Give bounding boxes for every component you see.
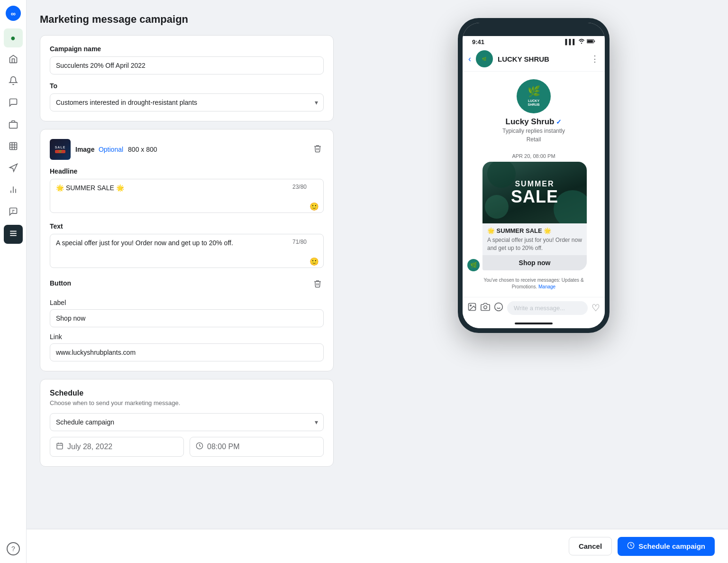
button-label: Button <box>50 279 71 287</box>
message-image: SUMMER SALE <box>482 162 587 223</box>
campaign-name-input[interactable] <box>50 56 324 74</box>
campaign-name-card: Campaign name To Customers interested in… <box>40 35 334 121</box>
image-field: SALE 🌿 Image Optional 800 x 800 <box>50 139 324 160</box>
optional-label: Optional <box>99 146 123 153</box>
sidebar-item-shop[interactable] <box>4 116 23 135</box>
content-card: SALE 🌿 Image Optional 800 x 800 <box>40 129 334 371</box>
sidebar-item-active[interactable]: ● <box>4 28 23 47</box>
back-button[interactable]: ‹ <box>468 54 471 64</box>
campaign-name-field: Campaign name <box>50 45 324 74</box>
svg-text:🌿: 🌿 <box>482 56 487 61</box>
table-icon <box>9 141 18 153</box>
svg-point-22 <box>495 303 503 311</box>
message-timestamp: APR 20, 08:00 PM <box>467 153 600 159</box>
svg-text:∞: ∞ <box>10 10 15 18</box>
calendar-icon <box>56 442 64 452</box>
phone-status-bar: 9:41 ▌▌▌ <box>463 36 605 46</box>
delete-button-button[interactable] <box>311 277 324 292</box>
button-link-input[interactable] <box>50 343 324 361</box>
message-cta-button[interactable]: Shop now <box>482 255 587 270</box>
sender-avatar: 🌿 <box>467 259 480 271</box>
meta-logo[interactable]: ∞ <box>6 6 21 21</box>
more-button[interactable]: ⋮ <box>591 54 599 64</box>
text-char-count: 71/80 <box>292 239 307 245</box>
svg-rect-9 <box>57 443 63 449</box>
sidebar-item-notifications[interactable] <box>4 72 23 91</box>
to-select[interactable]: Customers interested in drought-resistan… <box>50 93 324 111</box>
message-body: A special offer just for you! Order now … <box>487 236 582 252</box>
sidebar-item-feedback[interactable] <box>4 203 23 222</box>
text-textarea[interactable]: A special offer just for you! Order now … <box>50 234 324 268</box>
schedule-subtitle: Choose when to send your marketing messa… <box>50 399 324 406</box>
chat-icon <box>9 98 18 110</box>
active-icon: ● <box>10 33 16 43</box>
date-field[interactable]: July 28, 2022 <box>50 437 184 457</box>
to-field: To Customers interested in drought-resis… <box>50 82 324 111</box>
sidebar-item-menu[interactable] <box>4 225 23 244</box>
delete-image-button[interactable] <box>311 142 324 157</box>
camera-button[interactable] <box>481 302 490 314</box>
page-title: Marketing message campaign <box>40 13 334 26</box>
text-emoji-button[interactable]: 🙂 <box>309 257 319 266</box>
schedule-select[interactable]: Schedule campaign <box>50 413 324 431</box>
image-size: 800 x 800 <box>128 146 157 153</box>
image-info: SALE 🌿 Image Optional 800 x 800 <box>50 139 157 160</box>
bell-icon <box>9 76 18 88</box>
megaphone-icon <box>9 163 18 175</box>
help-button[interactable]: ? <box>7 542 20 555</box>
message-content: 🌟 SUMMER SALE 🌟 A special offer just for… <box>482 223 587 255</box>
chat-area: 🌿 LUCKYSHRUB Lucky Shrub ✓ Typically rep… <box>463 72 605 297</box>
headline-emoji-button[interactable]: 🙂 <box>309 202 319 211</box>
phone-screen: 9:41 ▌▌▌ <box>463 23 605 328</box>
svg-rect-15 <box>587 40 593 42</box>
schedule-button-label: Schedule campaign <box>638 542 705 550</box>
home-icon <box>9 54 18 66</box>
sidebar-item-analytics[interactable] <box>4 181 23 200</box>
sidebar-item-campaigns[interactable] <box>4 159 23 178</box>
headline-textarea[interactable]: 🌟 SUMMER SALE 🌟 <box>50 179 324 213</box>
datetime-row: July 28, 2022 08:00 PM <box>50 437 324 457</box>
headline-char-count: 23/80 <box>292 184 307 190</box>
heart-button[interactable]: ♡ <box>592 302 600 314</box>
shop-icon <box>9 120 18 131</box>
button-section: Button Label Link <box>50 277 324 361</box>
to-select-wrapper: Customers interested in drought-resistan… <box>50 93 324 111</box>
svg-point-21 <box>484 305 487 309</box>
text-textarea-wrapper: A special offer just for you! Order now … <box>50 234 324 270</box>
form-panel: Marketing message campaign Campaign name… <box>40 13 334 516</box>
sticker-button[interactable] <box>494 302 503 314</box>
sidebar: ∞ ● <box>0 0 27 563</box>
phone-notch <box>463 23 605 36</box>
text-field: Text A special offer just for you! Order… <box>50 222 324 270</box>
phone-preview: 9:41 ▌▌▌ <box>353 13 715 516</box>
sidebar-item-home[interactable] <box>4 50 23 69</box>
business-avatar-large: 🌿 LUCKYSHRUB <box>517 79 551 113</box>
schedule-select-wrapper: Schedule campaign <box>50 413 324 431</box>
message-row: 🌿 SUMMER <box>467 162 600 271</box>
manage-link[interactable]: Manage <box>538 284 555 289</box>
button-header: Button <box>50 277 324 292</box>
to-label: To <box>50 82 324 90</box>
svg-rect-3 <box>9 142 17 149</box>
schedule-card: Schedule Choose when to send your market… <box>40 379 334 467</box>
button-label-input[interactable] <box>50 309 324 327</box>
cancel-button[interactable]: Cancel <box>569 537 612 555</box>
clock-icon <box>196 442 203 452</box>
svg-rect-16 <box>594 41 595 42</box>
business-name-large: Lucky Shrub ✓ <box>506 117 562 127</box>
chat-input-bar: Write a message... ♡ <box>463 297 605 319</box>
business-name-header: LUCKY SHRUB <box>498 55 586 63</box>
messenger-header: ‹ 🌿 LUCKY SHRUB ⋮ <box>463 46 605 72</box>
time-field[interactable]: 08:00 PM <box>190 437 324 457</box>
sidebar-item-messages[interactable] <box>4 94 23 113</box>
business-profile: 🌿 LUCKYSHRUB Lucky Shrub ✓ Typically rep… <box>467 72 600 149</box>
sidebar-item-table[interactable] <box>4 138 23 157</box>
chart-icon <box>9 185 18 197</box>
schedule-campaign-button[interactable]: Schedule campaign <box>618 537 715 556</box>
message-input[interactable]: Write a message... <box>507 301 588 315</box>
content-area: Marketing message campaign Campaign name… <box>27 0 728 563</box>
date-value: July 28, 2022 <box>67 443 112 451</box>
image-row: SALE 🌿 Image Optional 800 x 800 <box>50 139 324 160</box>
image-attach-button[interactable] <box>467 302 477 314</box>
feedback-icon <box>9 207 18 219</box>
